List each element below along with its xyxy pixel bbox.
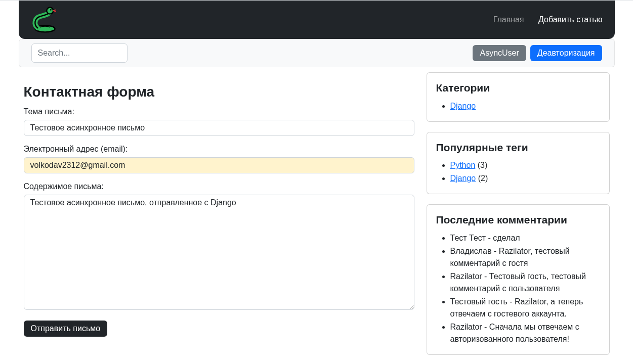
email-label: Электронный адрес (email): — [24, 143, 414, 155]
svg-point-2 — [50, 9, 51, 11]
list-item: Python (3) — [450, 159, 600, 171]
subject-label: Тема письма: — [24, 106, 414, 118]
nav-links: Главная Добавить статью — [481, 14, 603, 26]
list-item: Django (2) — [450, 172, 600, 185]
tag-link[interactable]: Python — [450, 161, 476, 169]
search-input[interactable] — [31, 43, 128, 63]
brand-logo[interactable] — [31, 7, 59, 33]
categories-list: Django — [436, 100, 600, 112]
submit-button[interactable]: Отправить письмо — [24, 321, 108, 337]
nav-home[interactable]: Главная — [493, 15, 524, 24]
list-item: Razilator - Сначала мы отвечаем с автори… — [450, 321, 600, 345]
tag-count: (3) — [478, 161, 488, 169]
tags-title: Популярные теги — [436, 140, 600, 156]
comments-card: Последние комментарии Тест Тест - сделал… — [427, 204, 610, 355]
tags-list: Python (3) Django (2) — [436, 159, 600, 185]
content-textarea[interactable] — [24, 195, 414, 310]
tags-card: Популярные теги Python (3) Django (2) — [427, 132, 610, 195]
svg-point-1 — [47, 8, 53, 14]
tag-count: (2) — [478, 174, 488, 183]
logout-button[interactable]: Деавторизация — [530, 45, 602, 61]
category-link[interactable]: Django — [450, 102, 476, 110]
top-navbar: Главная Добавить статью — [19, 1, 615, 39]
username-button[interactable]: AsyncUser — [473, 45, 526, 61]
list-item: Тест Тест - сделал — [450, 232, 600, 244]
page-title: Контактная форма — [24, 81, 414, 103]
comments-list: Тест Тест - сделал Владислав - Razilator… — [436, 232, 600, 345]
snake-icon — [31, 7, 59, 33]
comments-title: Последние комментарии — [436, 212, 600, 228]
categories-card: Категории Django — [427, 72, 610, 122]
tag-link[interactable]: Django — [450, 174, 476, 183]
email-input[interactable] — [24, 157, 414, 173]
categories-title: Категории — [436, 80, 600, 96]
subject-input[interactable] — [24, 120, 414, 136]
subbar: AsyncUser Деавторизация — [19, 39, 615, 67]
nav-add-article[interactable]: Добавить статью — [538, 15, 603, 24]
list-item: Тестовый гость - Razilator, а теперь отв… — [450, 296, 600, 320]
list-item: Razilator - Тестовый гость, тестовый ком… — [450, 270, 600, 295]
list-item: Владислав - Razilator, тестовый коммента… — [450, 245, 600, 269]
list-item: Django — [450, 100, 600, 112]
content-label: Содержимое письма: — [24, 180, 414, 193]
